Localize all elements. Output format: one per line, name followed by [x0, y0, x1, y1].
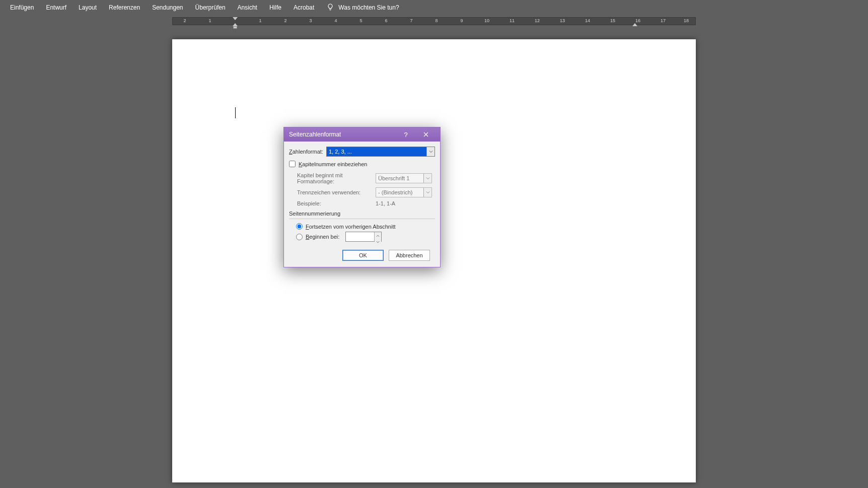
examples-value: 1-1, 1-A [376, 200, 395, 206]
number-format-combo[interactable]: 1, 2, 3, ... [326, 147, 435, 157]
ruler-mark: 1 [208, 18, 211, 23]
tab-design[interactable]: Entwurf [40, 1, 73, 14]
ruler-mark: 16 [635, 18, 640, 23]
ruler-mark: 8 [435, 18, 438, 23]
include-chapter-checkbox[interactable] [289, 161, 296, 167]
chevron-down-icon[interactable] [426, 147, 435, 156]
ruler-mark: 12 [535, 18, 540, 23]
ruler-mark: 11 [510, 18, 515, 23]
left-indent-marker[interactable] [233, 26, 237, 29]
number-format-value: 1, 2, 3, ... [327, 147, 426, 156]
dialog-titlebar[interactable]: Seitenzahlenformat ? [284, 127, 440, 142]
spin-up-button[interactable] [375, 232, 381, 238]
ruler-mark: 4 [334, 18, 337, 23]
ruler-mark: 3 [309, 18, 312, 23]
help-button[interactable]: ? [396, 127, 416, 142]
horizontal-ruler[interactable]: 2 1 1 2 3 4 5 6 7 8 9 10 11 12 13 14 15 … [172, 17, 696, 25]
close-button[interactable] [416, 127, 436, 142]
group-divider [289, 219, 435, 219]
continue-radio[interactable] [296, 223, 303, 230]
separator-combo: - (Bindestrich) [376, 187, 432, 197]
chapter-style-combo: Überschrift 1 [376, 173, 432, 183]
examples-label: Beispiele: [297, 200, 373, 206]
chevron-down-icon [423, 174, 431, 183]
separator-label: Trennzeichen verwenden: [297, 189, 373, 195]
continue-label: Fortsetzen vom vorherigen Abschnitt [306, 224, 396, 230]
tell-me-search[interactable]: Was möchten Sie tun? [320, 0, 405, 16]
ruler-mark: 18 [684, 18, 689, 23]
page-numbering-group-label: Seitennummerierung [289, 211, 435, 217]
tab-references[interactable]: Referenzen [103, 1, 146, 14]
tab-layout[interactable]: Layout [73, 1, 103, 14]
tab-mailings[interactable]: Sendungen [146, 1, 189, 14]
start-at-radio[interactable] [296, 234, 303, 240]
tell-me-label: Was möchten Sie tun? [338, 4, 399, 11]
lightbulb-icon [326, 3, 334, 13]
dialog-title-text: Seitenzahlenformat [289, 131, 341, 138]
ruler-mark: 6 [385, 18, 387, 23]
chevron-up-icon [376, 232, 380, 238]
start-at-input[interactable] [346, 232, 374, 239]
ruler-mark: 15 [610, 18, 615, 23]
right-indent-marker[interactable] [632, 23, 637, 26]
spin-down-button[interactable] [375, 238, 381, 244]
ruler-mark: 17 [661, 18, 666, 23]
include-chapter-label: Kapitelnummer einbeziehen [299, 161, 367, 167]
number-format-label: Zahlenformat: [289, 149, 323, 155]
close-icon [423, 131, 428, 138]
chapter-style-label: Kapitel beginnt mit Formatvorlage: [297, 172, 373, 184]
ribbon-tabs-bar: Einfügen Entwurf Layout Referenzen Sendu… [0, 0, 868, 15]
ruler-mark: 14 [585, 18, 590, 23]
tab-acrobat[interactable]: Acrobat [287, 1, 320, 14]
ruler-mark: 2 [183, 18, 186, 23]
tab-help[interactable]: Hilfe [263, 1, 287, 14]
ruler-mark: 10 [484, 18, 489, 23]
ruler-mark: 2 [284, 18, 286, 23]
start-at-spinbox[interactable] [345, 232, 382, 242]
page-number-format-dialog: Seitenzahlenformat ? Zahlenformat: 1, 2,… [283, 127, 441, 267]
tab-review[interactable]: Überprüfen [189, 1, 232, 14]
first-line-indent-marker[interactable] [233, 17, 238, 20]
ruler-mark: 5 [359, 18, 362, 23]
start-at-label: Beginnen bei: [306, 234, 339, 240]
ruler-mark: 9 [460, 18, 463, 23]
ruler-mark: 13 [560, 18, 565, 23]
text-caret [235, 107, 236, 118]
tab-insert[interactable]: Einfügen [4, 1, 40, 14]
chevron-down-icon [376, 238, 380, 244]
chapter-style-value: Überschrift 1 [376, 174, 423, 183]
cancel-button[interactable]: Abbrechen [389, 250, 430, 261]
separator-value: - (Bindestrich) [376, 188, 423, 197]
tab-view[interactable]: Ansicht [232, 1, 263, 14]
ok-button[interactable]: OK [342, 250, 384, 261]
ruler-mark: 1 [259, 18, 261, 23]
chevron-down-icon [423, 188, 431, 197]
ruler-mark: 7 [410, 18, 412, 23]
